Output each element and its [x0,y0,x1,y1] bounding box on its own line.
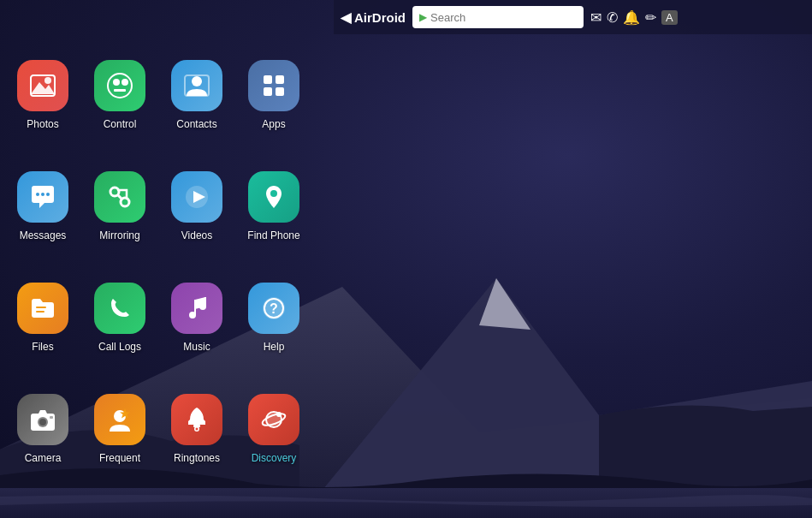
calllogs-label: Call Logs [98,341,141,353]
svg-rect-63 [36,311,44,313]
calllogs-icon [94,283,145,334]
svg-point-83 [276,412,282,417]
topbar: ◀ AirDroid ▶ ✉ ✆ 🔔 ✏ A [334,0,812,34]
logo-text: AirDroid [354,10,406,25]
messages-label: Messages [20,229,67,241]
svg-point-44 [113,79,120,86]
notification-icon[interactable]: 🔔 [623,9,640,26]
app-mirroring[interactable]: Mirroring [81,163,158,274]
app-contacts[interactable]: Contacts [158,51,235,163]
app-findphone[interactable]: Find Phone [235,163,312,274]
camera-label: Camera [25,452,62,464]
frequent-icon [94,394,145,445]
findphone-label: Find Phone [247,229,299,241]
apps-icon [248,60,299,111]
app-apps[interactable]: Apps [235,51,312,163]
photos-icon [17,60,68,111]
svg-point-57 [121,198,129,206]
contacts-icon [171,60,222,111]
videos-label: Videos [181,229,212,241]
app-camera[interactable]: Camera [4,385,81,497]
app-discovery[interactable]: Discovery [235,385,312,497]
help-label: Help [264,341,285,353]
svg-rect-50 [276,75,284,84]
svg-point-66 [189,312,196,319]
font-icon[interactable]: A [661,10,678,25]
videos-icon [171,171,222,223]
app-videos[interactable]: Videos [158,163,235,274]
svg-point-43 [108,74,132,98]
findphone-icon [248,171,299,223]
svg-point-54 [41,193,44,196]
mirroring-label: Mirroring [99,229,139,241]
airdroid-logo: ◀ AirDroid [341,9,406,26]
frequent-label: Frequent [99,452,140,464]
files-label: Files [32,341,53,353]
svg-rect-46 [114,89,126,92]
app-files[interactable]: Files [4,274,81,385]
svg-point-45 [122,79,128,86]
svg-point-61 [270,190,277,197]
svg-rect-49 [264,75,272,84]
phone-icon[interactable]: ✆ [607,9,618,26]
edit-icon[interactable]: ✏ [645,9,656,26]
svg-text:?: ? [270,301,278,316]
svg-point-67 [199,303,206,310]
app-grid: Photos Control Contacts [0,43,312,497]
back-arrow-icon[interactable]: ◀ [341,9,351,26]
search-bar[interactable]: ▶ [412,6,584,28]
svg-point-55 [46,193,50,196]
topbar-action-icons: ✉ ✆ 🔔 ✏ A [590,9,678,26]
app-photos[interactable]: Photos [4,51,81,163]
photos-label: Photos [27,118,58,130]
svg-rect-52 [276,87,284,96]
app-control[interactable]: Control [81,51,158,163]
camera-icon [17,394,68,445]
app-ringtones[interactable]: Ringtones [158,385,235,497]
contacts-label: Contacts [176,118,216,130]
app-help[interactable]: ? Help [235,274,312,385]
svg-point-47 [192,76,202,86]
app-calllogs[interactable]: Call Logs [81,274,158,385]
ringtones-label: Ringtones [174,452,220,464]
svg-point-53 [36,193,39,196]
files-icon [17,283,68,334]
music-label: Music [183,341,210,353]
music-icon [171,283,222,334]
email-icon[interactable]: ✉ [590,9,602,26]
help-icon: ? [248,283,299,334]
svg-point-73 [39,419,46,426]
discovery-label: Discovery [252,452,297,464]
app-messages[interactable]: Messages [4,163,81,274]
play-store-icon: ▶ [419,11,427,23]
control-label: Control [104,118,137,130]
search-input[interactable] [430,11,577,24]
svg-rect-62 [36,307,46,308]
control-icon [94,60,145,111]
discovery-icon [248,394,299,445]
mirroring-icon [94,171,145,223]
messages-icon [17,171,68,223]
svg-point-41 [44,77,51,84]
svg-rect-51 [264,87,272,96]
app-music[interactable]: Music [158,274,235,385]
apps-label: Apps [262,118,285,130]
svg-point-56 [110,188,119,196]
svg-line-58 [118,195,122,199]
app-frequent[interactable]: Frequent [81,385,158,497]
svg-rect-74 [50,416,53,419]
svg-point-79 [196,428,199,431]
ringtones-icon [171,394,222,445]
